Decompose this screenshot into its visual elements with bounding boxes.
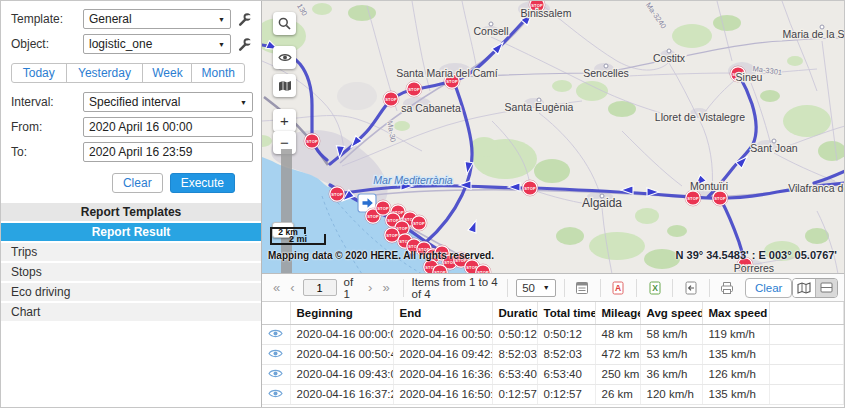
yesterday-button[interactable]: Yesterday xyxy=(66,63,144,83)
map-icon xyxy=(278,80,292,92)
cell-end[interactable]: 2020-04-16 09:42:51 xyxy=(393,344,492,364)
page-size-select[interactable]: 50 ▼ xyxy=(516,279,556,297)
map-place-label: Algaida xyxy=(582,196,622,210)
prev-page-button[interactable]: ‹ xyxy=(285,280,299,295)
cell-beginning[interactable]: 2020-04-16 09:43:04 xyxy=(290,364,393,384)
stop-marker[interactable]: STOP xyxy=(411,215,427,231)
chevron-down-icon: ▼ xyxy=(218,16,225,23)
interval-select[interactable]: Specified interval ▼ xyxy=(83,92,253,112)
show-trip-on-map-button[interactable] xyxy=(262,364,290,384)
eye-icon xyxy=(278,52,292,63)
zoom-in-button[interactable]: + xyxy=(273,109,296,132)
export-excel-icon[interactable]: X xyxy=(645,277,664,299)
col-duration[interactable]: Duration xyxy=(492,302,537,324)
next-page-button[interactable]: › xyxy=(363,280,377,295)
from-label: From: xyxy=(11,120,83,134)
map-place-label: Maria de la Salut xyxy=(783,28,844,40)
object-select[interactable]: logistic_one ▼ xyxy=(83,34,231,54)
cursor-coordinates: N 39° 34.5483' : E 003° 05.0767' xyxy=(676,249,837,261)
svg-text:X: X xyxy=(652,283,658,293)
map-layers-button[interactable] xyxy=(273,74,296,97)
to-date-input[interactable] xyxy=(83,142,253,162)
svg-text:STOP: STOP xyxy=(408,87,420,92)
trip-row[interactable]: 2020-04-16 09:43:042020-04-16 16:36:446:… xyxy=(262,364,844,384)
object-settings-wrench-icon[interactable] xyxy=(236,36,253,53)
app-window: Template: General ▼ Object: logistic_one… xyxy=(0,0,845,408)
month-button[interactable]: Month xyxy=(191,63,245,83)
scale-km: 2 km xyxy=(270,227,306,234)
svg-text:STOP: STOP xyxy=(477,270,489,274)
stop-marker[interactable]: STOP xyxy=(383,91,399,107)
clear-button[interactable]: Clear xyxy=(112,173,163,193)
stop-marker[interactable]: STOP xyxy=(406,81,422,97)
cell-end[interactable]: 2020-04-16 00:50:16 xyxy=(393,324,492,344)
cell-beginning[interactable]: 2020-04-16 16:37:24 xyxy=(290,384,393,404)
svg-text:STOP: STOP xyxy=(306,139,318,144)
cell-max-speed[interactable]: 135 km/h xyxy=(702,344,769,364)
chevron-down-icon: ▼ xyxy=(240,99,247,106)
cell-end[interactable]: 2020-04-16 16:50:21 xyxy=(393,384,492,404)
result-item-stops[interactable]: Stops xyxy=(1,263,261,281)
cell-beginning[interactable]: 2020-04-16 00:00:04 xyxy=(290,324,393,344)
template-select[interactable]: General ▼ xyxy=(83,9,231,29)
execute-button[interactable]: Execute xyxy=(170,173,235,193)
stop-marker[interactable]: STOP xyxy=(685,190,701,206)
page-number-input[interactable] xyxy=(303,279,337,296)
grid-clear-button[interactable]: Clear xyxy=(745,278,792,298)
svg-text:STOP: STOP xyxy=(331,192,343,197)
result-item-eco-driving[interactable]: Eco driving xyxy=(1,283,261,301)
trip-row[interactable]: 2020-04-16 00:00:042020-04-16 00:50:160:… xyxy=(262,324,844,344)
export-file-icon[interactable] xyxy=(681,277,700,299)
today-button[interactable]: Today xyxy=(11,63,67,83)
show-trip-on-map-button[interactable] xyxy=(262,384,290,404)
col-avg-speed[interactable]: Avg speed xyxy=(640,302,702,324)
cell-avg-speed: 120 km/h xyxy=(640,384,702,404)
map-search-button[interactable] xyxy=(273,12,296,35)
report-templates-header[interactable]: Report Templates xyxy=(1,203,261,221)
cell-total-time: 8:52:03 xyxy=(537,344,595,364)
cell-filler xyxy=(769,364,844,384)
cell-max-speed[interactable]: 119 km/h xyxy=(702,324,769,344)
cell-end[interactable]: 2020-04-16 16:36:44 xyxy=(393,364,492,384)
svg-text:STOP: STOP xyxy=(714,196,726,201)
from-date-input[interactable] xyxy=(83,117,253,137)
week-button[interactable]: Week xyxy=(142,63,192,83)
cell-max-speed[interactable]: 135 km/h xyxy=(702,384,769,404)
result-item-trips[interactable]: Trips xyxy=(1,243,261,261)
col-end[interactable]: End xyxy=(393,302,492,324)
col-beginning[interactable]: Beginning xyxy=(290,302,393,324)
stop-marker[interactable]: STOP xyxy=(329,186,345,202)
trip-row[interactable]: 2020-04-16 00:50:482020-04-16 09:42:518:… xyxy=(262,344,844,364)
trip-row[interactable]: 2020-04-16 16:37:242020-04-16 16:50:210:… xyxy=(262,384,844,404)
map-icon xyxy=(797,282,811,294)
col-total-time[interactable]: Total time xyxy=(537,302,595,324)
show-trip-on-map-button[interactable] xyxy=(262,344,290,364)
stop-marker[interactable]: STOP xyxy=(522,180,538,196)
template-settings-wrench-icon[interactable] xyxy=(236,11,253,28)
cell-max-speed[interactable]: 126 km/h xyxy=(702,364,769,384)
stop-marker[interactable]: STOP xyxy=(304,133,320,149)
cell-mileage: 250 km xyxy=(595,364,640,384)
print-icon[interactable] xyxy=(717,277,736,299)
template-label: Template: xyxy=(11,12,83,26)
map-place-label: Sencelles xyxy=(583,67,629,79)
col-max-speed[interactable]: Max speed xyxy=(702,302,769,324)
items-range-label: Items from 1 to 4 of 4 xyxy=(411,276,499,300)
map-visibility-button[interactable] xyxy=(273,46,296,69)
report-result-grid: « ‹ of 1 › » Items from 1 to 4 of 4 50 ▼ xyxy=(262,274,844,407)
main-content: STOPSTOPSTOPSTOPSTOPSTOPSTOPSTOPSTOPSTOP… xyxy=(262,1,844,407)
report-export-icon[interactable] xyxy=(573,277,592,299)
cell-beginning[interactable]: 2020-04-16 00:50:48 xyxy=(290,344,393,364)
first-page-button[interactable]: « xyxy=(268,280,285,295)
object-select-value: logistic_one xyxy=(89,37,214,51)
show-trip-on-map-button[interactable] xyxy=(262,324,290,344)
result-item-chart[interactable]: Chart xyxy=(1,303,261,321)
col-mileage[interactable]: Mileage xyxy=(595,302,640,324)
report-result-header[interactable]: Report Result xyxy=(1,223,261,241)
last-page-button[interactable]: » xyxy=(377,280,394,295)
export-pdf-icon[interactable]: A xyxy=(609,277,628,299)
map[interactable]: STOPSTOPSTOPSTOPSTOPSTOPSTOPSTOPSTOPSTOP… xyxy=(262,1,844,274)
stop-marker[interactable]: STOP xyxy=(712,190,728,206)
map-view-toggle[interactable] xyxy=(793,279,815,297)
split-view-toggle[interactable] xyxy=(815,279,837,297)
